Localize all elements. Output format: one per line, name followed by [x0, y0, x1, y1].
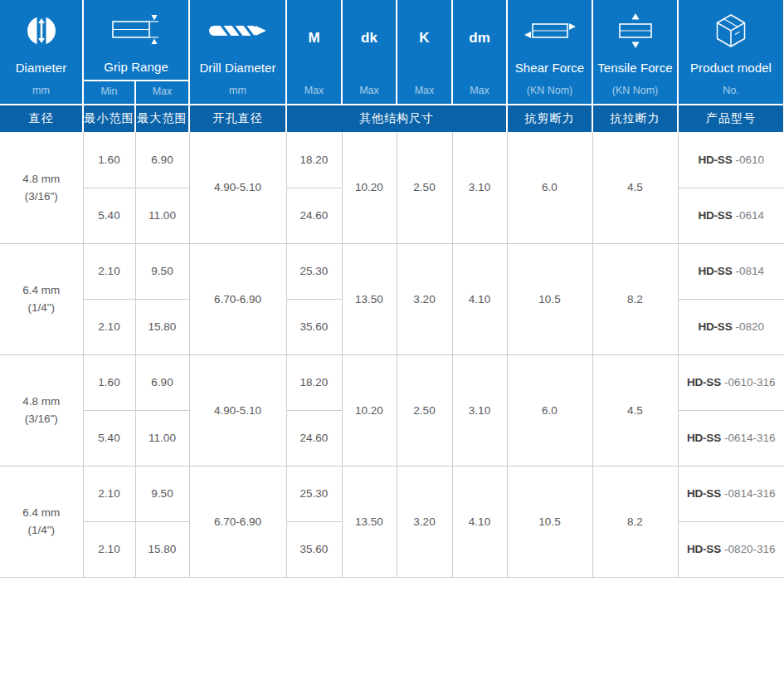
diameter-value: 6.4 mm	[0, 504, 83, 521]
product-model-suffix: -0610	[735, 154, 764, 166]
product-model-prefix: HD-SS	[687, 487, 721, 500]
cn-other-dimensions: 其他结构尺寸	[286, 105, 507, 132]
cell-diameter: 6.4 mm (1/4")	[0, 466, 83, 577]
diameter-value: 4.8 mm	[0, 170, 83, 188]
cell-grip-min: 2.10	[83, 243, 135, 299]
cell-grip-max: 11.00	[135, 188, 189, 243]
cell-k: 2.50	[397, 132, 452, 243]
cell-grip-min: 5.40	[83, 188, 135, 243]
header-shear-force: Shear Force	[507, 0, 592, 81]
header-grip-range: Grip Range	[83, 0, 189, 81]
diameter-inches: (3/16")	[0, 188, 83, 205]
diameter-inches: (3/16")	[0, 410, 83, 427]
cn-diameter: 直径	[0, 105, 83, 132]
product-model-prefix: HD-SS	[698, 265, 732, 277]
cell-dk: 10.20	[342, 354, 397, 466]
header-dk-label: dk	[361, 30, 377, 46]
cell-dm: 3.10	[452, 132, 507, 243]
cell-dk: 10.20	[342, 132, 397, 243]
cell-dk: 13.50	[342, 243, 397, 354]
cell-diameter: 4.8 mm (3/16")	[0, 132, 83, 243]
cell-product-model: HD-SS-0610-316	[678, 354, 784, 410]
cell-tensile-force: 4.5	[592, 354, 678, 466]
unit-dm: Max	[452, 81, 507, 105]
cell-product-model: HD-SS-0820	[678, 299, 784, 354]
header-tensile-force-label: Tensile Force	[597, 61, 673, 75]
cell-grip-min: 5.40	[83, 410, 135, 466]
header-dm-label: dm	[469, 30, 490, 46]
header-product-model-label: Product model	[690, 61, 772, 75]
cell-grip-min: 2.10	[83, 466, 135, 521]
cell-m: 25.30	[286, 243, 342, 299]
product-model-suffix: -0814	[735, 265, 764, 277]
product-model-prefix: HD-SS	[687, 432, 721, 444]
spec-table: Diameter Grip Range	[0, 0, 784, 578]
cell-grip-max: 15.80	[135, 299, 189, 354]
cell-dm: 4.10	[452, 466, 507, 577]
header-drill-diameter: Drill Diameter	[189, 0, 286, 81]
product-model-suffix: -0614-316	[724, 432, 776, 444]
cell-m: 35.60	[286, 299, 342, 354]
cell-dk: 13.50	[342, 466, 397, 577]
cell-shear-force: 6.0	[507, 132, 592, 243]
cell-diameter: 6.4 mm (1/4")	[0, 243, 83, 354]
cell-product-model: HD-SS-0614	[678, 188, 784, 243]
header-tensile-force: Tensile Force	[592, 0, 678, 81]
cell-tensile-force: 8.2	[592, 466, 678, 577]
cell-grip-max: 9.50	[135, 243, 189, 299]
cell-shear-force: 10.5	[507, 466, 592, 577]
cell-grip-max: 6.90	[135, 354, 189, 410]
unit-tensile: (KN Nom)	[592, 81, 678, 105]
product-model-prefix: HD-SS	[698, 320, 732, 333]
header-grip-range-label: Grip Range	[104, 60, 168, 74]
cell-drill-diameter: 4.90-5.10	[189, 354, 286, 466]
cn-grip-min: 最小范围	[83, 105, 135, 132]
header-diameter-label: Diameter	[16, 61, 67, 75]
cn-grip-max: 最大范围	[135, 105, 189, 132]
unit-grip-max: Max	[135, 81, 189, 105]
cell-drill-diameter: 6.70-6.90	[189, 466, 286, 577]
cell-product-model: HD-SS-0814-316	[678, 466, 784, 521]
diameter-inches: (1/4")	[0, 521, 83, 539]
cell-diameter: 4.8 mm (3/16")	[0, 354, 83, 466]
cell-product-model: HD-SS-0820-316	[678, 521, 784, 577]
cell-product-model: HD-SS-0610	[678, 132, 784, 188]
header-chinese-row: 直径 最小范围 最大范围 开孔直径 其他结构尺寸 抗剪断力 抗拉断力 产品型号	[0, 105, 784, 132]
header-drill-diameter-label: Drill Diameter	[199, 61, 275, 75]
header-diameter: Diameter	[0, 0, 83, 81]
product-model-prefix: HD-SS	[698, 154, 732, 166]
unit-diameter: mm	[0, 81, 83, 105]
shear-force-icon	[508, 1, 592, 61]
cell-k: 3.20	[397, 243, 452, 354]
tensile-force-icon	[593, 1, 677, 61]
header-dm: dm	[452, 0, 507, 81]
unit-drill-diameter: mm	[189, 81, 286, 105]
unit-m: Max	[286, 81, 342, 105]
header-m: M	[286, 0, 342, 81]
cell-grip-min: 1.60	[83, 132, 135, 188]
cell-dm: 4.10	[452, 243, 507, 354]
cn-shear: 抗剪断力	[507, 105, 592, 132]
cell-grip-min: 1.60	[83, 354, 135, 410]
unit-shear: (KN Nom)	[507, 81, 592, 105]
package-box-icon	[679, 1, 783, 61]
cell-m: 18.20	[286, 132, 342, 188]
cell-tensile-force: 4.5	[592, 132, 678, 243]
cell-m: 24.60	[286, 410, 342, 466]
header-dk: dk	[342, 0, 397, 81]
cell-m: 24.60	[286, 188, 342, 243]
cell-grip-max: 9.50	[135, 466, 189, 521]
product-model-prefix: HD-SS	[687, 543, 721, 555]
cell-grip-min: 2.10	[83, 299, 135, 354]
product-model-suffix: -0610-316	[724, 376, 776, 388]
cn-tensile: 抗拉断力	[592, 105, 678, 132]
cell-shear-force: 10.5	[507, 243, 592, 354]
cell-shear-force: 6.0	[507, 354, 592, 466]
table-row: 4.8 mm (3/16") 1.60 6.90 4.90-5.10 18.20…	[0, 354, 784, 410]
cell-grip-max: 6.90	[135, 132, 189, 188]
table-row: 4.8 mm (3/16") 1.60 6.90 4.90-5.10 18.20…	[0, 132, 784, 188]
cell-tensile-force: 8.2	[592, 243, 678, 354]
product-model-suffix: -0820	[735, 320, 764, 333]
table-row: 6.4 mm (1/4") 2.10 9.50 6.70-6.90 25.30 …	[0, 243, 784, 299]
diameter-inches: (1/4")	[0, 299, 83, 316]
